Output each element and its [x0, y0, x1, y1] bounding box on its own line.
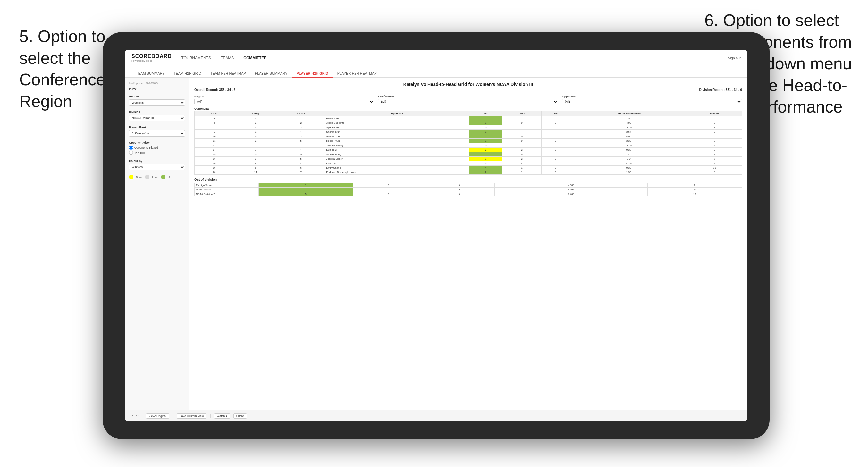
- cell-conf: 4: [277, 148, 325, 152]
- tab-team-h2h-grid[interactable]: TEAM H2H GRID: [169, 69, 206, 78]
- table-row: 13 1 1 Jessica Huang 0 1 0 -3.00 2: [195, 143, 742, 148]
- toolbar-redo[interactable]: ↪: [136, 414, 138, 418]
- cell-reg: 6: [234, 134, 277, 139]
- sidebar-gender-select[interactable]: Women's: [129, 99, 185, 106]
- toolbar-share[interactable]: Share: [234, 413, 247, 418]
- cell-win: 1: [469, 152, 502, 157]
- cell-win: 2: [469, 148, 502, 152]
- cell-win: 0: [469, 143, 502, 148]
- cell-opponent: Euna Lee: [325, 161, 469, 166]
- cell-reg: 1: [234, 130, 277, 134]
- cell-reg: 11: [234, 170, 277, 175]
- filter-opponent-select[interactable]: (All): [562, 99, 742, 104]
- cell-reg: 3: [234, 116, 277, 121]
- label-level: Level: [152, 176, 158, 179]
- cell-loss: 1: [502, 166, 541, 170]
- table-header-row: # Div # Reg # Conf Opponent Win Loss Tie…: [195, 111, 742, 116]
- sidebar-opponent-view-label: Opponent view: [129, 141, 185, 144]
- cell-tie: 0: [541, 152, 570, 157]
- cell-div: 18: [195, 161, 234, 166]
- out-of-division-title: Out of division: [194, 178, 742, 181]
- col-loss: Loss: [502, 111, 541, 116]
- table-row: 10 6 3 Andrea York 2 0 0 4.00 4: [195, 134, 742, 139]
- nav-tournaments[interactable]: TOURNAMENTS: [182, 55, 211, 62]
- cell-opponent: Esther Lee: [325, 116, 469, 121]
- cell-diff: -0.94: [570, 157, 687, 161]
- tab-team-h2h-heatmap[interactable]: TEAM H2H HEATMAP: [206, 69, 250, 78]
- cell-out-loss: 0: [353, 192, 424, 196]
- label-down: Down: [136, 176, 143, 179]
- cell-rounds: 4: [687, 152, 742, 157]
- toolbar-watch[interactable]: Watch ▾: [214, 413, 230, 418]
- sidebar-colour-label: Colour by: [129, 159, 185, 162]
- cell-div: 20: [195, 170, 234, 175]
- cell-out-loss: 0: [353, 183, 424, 187]
- cell-conf: 4: [277, 130, 325, 134]
- filter-conference-select[interactable]: (All): [378, 99, 558, 104]
- data-area: Katelyn Vo Head-to-Head Grid for Women's…: [189, 78, 747, 410]
- cell-conf: 7: [277, 170, 325, 175]
- sidebar-radio-played[interactable]: Opponents Played: [129, 146, 185, 150]
- opponents-label: Opponents:: [194, 107, 742, 110]
- cell-win: 4: [469, 166, 502, 170]
- nav-sign-out[interactable]: Sign out: [728, 56, 741, 60]
- cell-rounds: 7: [687, 157, 742, 161]
- sidebar-colour-select[interactable]: Win/loss: [129, 164, 185, 170]
- toolbar-view-original[interactable]: View: Original: [146, 413, 169, 418]
- cell-win: 1: [469, 121, 502, 125]
- cell-win: 0: [469, 161, 502, 166]
- cell-tie: [541, 116, 570, 121]
- cell-conf: 5: [277, 152, 325, 157]
- table-row: 18 2 2 Euna Lee 0 2 0 -5.00 2: [195, 161, 742, 166]
- cell-reg: 6: [234, 166, 277, 170]
- sidebar-player-rank-select[interactable]: 6. Katelyn Vo: [129, 130, 185, 136]
- sidebar-player-section: Player: [129, 87, 185, 90]
- cell-loss: 1: [502, 170, 541, 175]
- cell-diff: -5.00: [570, 161, 687, 166]
- filter-group-region: Region (All): [194, 95, 374, 104]
- toolbar-save-custom[interactable]: Save Custom View: [177, 413, 207, 418]
- cell-out-opponent: NCAA Division 2: [195, 192, 259, 196]
- filter-region-select[interactable]: (All): [194, 99, 374, 104]
- cell-opponent: Alexis Sudjianto: [325, 121, 469, 125]
- data-title: Katelyn Vo Head-to-Head Grid for Women's…: [194, 82, 742, 87]
- cell-loss: 0: [502, 121, 541, 125]
- cell-rounds: 3: [687, 130, 742, 134]
- nav-teams[interactable]: TEAMS: [221, 55, 234, 62]
- table-row: 20 11 7 Federica Domecq Lacroze 2 1 0 1.…: [195, 170, 742, 175]
- cell-diff: 0.30: [570, 166, 687, 170]
- cell-win: 1: [469, 130, 502, 134]
- cell-reg: 3: [234, 125, 277, 130]
- cell-conf: 2: [277, 121, 325, 125]
- tab-player-h2h-heatmap[interactable]: PLAYER H2H HEATMAP: [333, 69, 381, 78]
- nav-items: TOURNAMENTS TEAMS COMMITTEE: [182, 55, 728, 62]
- out-table-row: Foreign Team 1 0 0 4.500 2: [195, 183, 742, 187]
- cell-div: 10: [195, 134, 234, 139]
- tablet: SCOREBOARD Powered by clippd TOURNAMENTS…: [103, 32, 770, 439]
- col-diff: Diff Av Strokes/Rnd: [570, 111, 687, 116]
- cell-loss: 0: [502, 152, 541, 157]
- tab-player-h2h-grid[interactable]: PLAYER H2H GRID: [292, 69, 333, 78]
- toolbar-undo[interactable]: ↩: [130, 414, 133, 418]
- out-table-row: NCAA Division 2 5 0 0 7.400 10: [195, 192, 742, 196]
- toolbar-separator1: |: [142, 414, 143, 418]
- col-opponent: Opponent: [325, 111, 469, 116]
- cell-div: 11: [195, 139, 234, 143]
- cell-tie: 0: [541, 139, 570, 143]
- tab-player-summary[interactable]: PLAYER SUMMARY: [250, 69, 292, 78]
- cell-loss: 1: [502, 143, 541, 148]
- sidebar-radio-top100[interactable]: Top 100: [129, 151, 185, 155]
- cell-rounds: 4: [687, 116, 742, 121]
- cell-div: 16: [195, 157, 234, 161]
- cell-rounds: 9: [687, 148, 742, 152]
- sidebar-gender-section: Gender Women's: [129, 95, 185, 106]
- cell-out-opponent: Foreign Team: [195, 183, 259, 187]
- cell-diff: -3.00: [570, 143, 687, 148]
- records-row: Overall Record: 353 - 34 - 6 Division Re…: [194, 88, 742, 92]
- cell-opponent: Eunice Yi: [325, 148, 469, 152]
- nav-committee[interactable]: COMMITTEE: [243, 55, 267, 62]
- sidebar-division-select[interactable]: NCAA Division III: [129, 115, 185, 121]
- cell-opponent: Stella Cheng: [325, 152, 469, 157]
- cell-reg: 2: [234, 121, 277, 125]
- tab-team-summary[interactable]: TEAM SUMMARY: [131, 69, 169, 78]
